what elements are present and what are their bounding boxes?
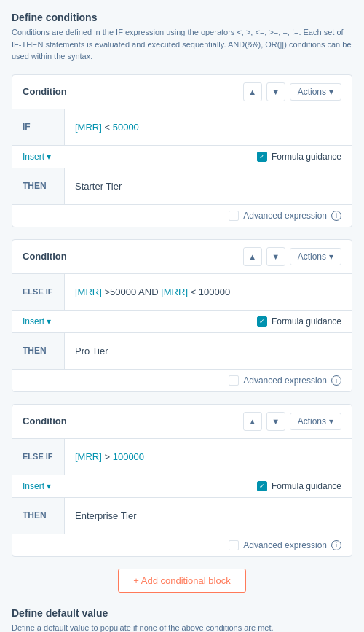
insert-btn-3[interactable]: Insert ▾ — [23, 481, 51, 491]
advanced-checkbox-3[interactable] — [229, 540, 239, 550]
condition-block-2: Condition ▲ ▼ Actions ▾ ELSE IF [MRR] >5… — [12, 239, 352, 392]
formula-guidance-2: ✓ Formula guidance — [257, 316, 341, 327]
elseif-token-mrr1-2: [MRR] — [75, 286, 102, 297]
formula-guidance-checkbox-2[interactable]: ✓ — [257, 316, 267, 327]
insert-chevron-icon-3: ▾ — [47, 481, 51, 491]
chevron-down-icon-2: ▼ — [272, 252, 280, 261]
formula-guidance-label-1: Formula guidance — [272, 152, 341, 162]
insert-label-2: Insert — [23, 316, 44, 327]
define-default-header: Define default value Define a default va… — [12, 607, 352, 633]
info-icon-2: i — [331, 375, 341, 386]
advanced-label-1: Advanced expression — [243, 211, 327, 221]
advanced-row-3: Advanced expression i — [12, 534, 352, 556]
elseif-op1-2: >50000 AND — [104, 286, 161, 297]
condition-controls-2: ▲ ▼ Actions ▾ — [243, 247, 341, 266]
add-block-btn[interactable]: + Add conditional block — [118, 569, 245, 593]
if-label-1: IF — [12, 109, 65, 145]
then-row-3: THEN Enterprise Tier — [12, 498, 352, 534]
elseif-label-2: ELSE IF — [12, 274, 65, 310]
elseif-op2-2: < 100000 — [191, 286, 231, 297]
condition-label-3: Condition — [23, 416, 67, 426]
chevron-down-icon: ▼ — [272, 87, 280, 96]
if-operator-1: < — [104, 122, 112, 133]
advanced-label-2: Advanced expression — [243, 375, 327, 386]
formula-row-2: Insert ▾ ✓ Formula guidance — [12, 311, 352, 333]
info-icon-1: i — [331, 211, 341, 221]
chevron-up-icon: ▲ — [248, 87, 256, 96]
advanced-checkbox-2[interactable] — [229, 375, 239, 386]
if-row-1: IF [MRR] < 50000 — [12, 109, 352, 146]
elseif-token-mrr-3: [MRR] — [75, 451, 102, 462]
then-label-1: THEN — [12, 168, 65, 204]
condition-header-2: Condition ▲ ▼ Actions ▾ — [12, 240, 352, 274]
condition-header-3: Condition ▲ ▼ Actions ▾ — [12, 405, 352, 439]
advanced-checkbox-1[interactable] — [229, 211, 239, 221]
formula-guidance-1: ✓ Formula guidance — [257, 152, 341, 162]
condition-down-btn-3[interactable]: ▼ — [266, 412, 285, 431]
then-row-1: THEN Starter Tier — [12, 168, 352, 205]
info-icon-3: i — [331, 540, 341, 550]
define-conditions-desc: Conditions are defined in the IF express… — [12, 26, 352, 63]
condition-down-btn-1[interactable]: ▼ — [266, 82, 285, 101]
actions-label-3: Actions — [298, 416, 326, 426]
formula-guidance-label-2: Formula guidance — [272, 316, 341, 327]
condition-up-btn-3[interactable]: ▲ — [243, 412, 262, 431]
advanced-label-3: Advanced expression — [243, 540, 327, 550]
formula-guidance-checkbox-3[interactable]: ✓ — [257, 481, 267, 491]
condition-up-btn-1[interactable]: ▲ — [243, 82, 262, 101]
if-value-1: 50000 — [113, 122, 139, 133]
define-default-desc: Define a default value to populate if no… — [12, 622, 352, 633]
advanced-row-2: Advanced expression i — [12, 370, 352, 391]
actions-label-2: Actions — [298, 251, 326, 262]
insert-btn-2[interactable]: Insert ▾ — [23, 316, 51, 327]
condition-controls-3: ▲ ▼ Actions ▾ — [243, 412, 341, 431]
condition-label-1: Condition — [23, 86, 67, 97]
formula-guidance-checkbox-1[interactable]: ✓ — [257, 152, 267, 162]
insert-label-3: Insert — [23, 481, 44, 491]
then-content-1: Starter Tier — [65, 173, 352, 199]
condition-down-btn-2[interactable]: ▼ — [266, 247, 285, 266]
chevron-down-icon-3: ▼ — [272, 417, 280, 426]
condition-block-1: Condition ▲ ▼ Actions ▾ IF [MRR] < 50 — [12, 74, 352, 227]
chevron-up-icon-2: ▲ — [248, 252, 256, 261]
elseif-label-3: ELSE IF — [12, 439, 65, 475]
formula-row-3: Insert ▾ ✓ Formula guidance — [12, 475, 352, 498]
checkmark-icon-1: ✓ — [259, 153, 265, 160]
insert-label-1: Insert — [23, 152, 44, 162]
then-row-2: THEN Pro Tier — [12, 333, 352, 370]
checkmark-icon-3: ✓ — [259, 483, 265, 490]
if-token-mrr-1: [MRR] — [75, 122, 102, 133]
elseif-op-3: > — [104, 451, 110, 462]
define-conditions-title: Define conditions — [12, 12, 352, 23]
define-default-title: Define default value — [12, 607, 352, 619]
actions-chevron-icon-2: ▾ — [329, 251, 333, 262]
elseif-value-3: 100000 — [113, 451, 144, 462]
formula-row-1: Insert ▾ ✓ Formula guidance — [12, 146, 352, 168]
actions-label-1: Actions — [298, 87, 326, 97]
condition-block-3: Condition ▲ ▼ Actions ▾ ELSE IF [MRR] > — [12, 404, 352, 557]
advanced-row-1: Advanced expression i — [12, 205, 352, 227]
insert-btn-1[interactable]: Insert ▾ — [23, 152, 51, 162]
elseif-row-2: ELSE IF [MRR] >50000 AND [MRR] < 100000 — [12, 274, 352, 311]
checkmark-icon-2: ✓ — [259, 318, 265, 325]
formula-guidance-label-3: Formula guidance — [272, 481, 341, 491]
actions-btn-1[interactable]: Actions ▾ — [290, 83, 341, 101]
define-conditions-header: Define conditions Conditions are defined… — [12, 12, 352, 63]
if-content-1: [MRR] < 50000 — [65, 114, 352, 140]
actions-btn-2[interactable]: Actions ▾ — [290, 248, 341, 265]
elseif-token-mrr2-2: [MRR] — [161, 286, 188, 297]
actions-chevron-icon: ▾ — [329, 87, 333, 97]
insert-chevron-icon: ▾ — [47, 152, 51, 162]
elseif-content-2: [MRR] >50000 AND [MRR] < 100000 — [65, 279, 352, 305]
then-label-2: THEN — [12, 333, 65, 369]
add-block-container: + Add conditional block — [12, 569, 352, 593]
actions-btn-3[interactable]: Actions ▾ — [290, 413, 341, 430]
actions-chevron-icon-3: ▾ — [329, 416, 333, 426]
then-label-3: THEN — [12, 498, 65, 534]
condition-label-2: Condition — [23, 251, 67, 262]
then-content-3: Enterprise Tier — [65, 503, 352, 528]
elseif-row-3: ELSE IF [MRR] > 100000 — [12, 439, 352, 475]
condition-controls-1: ▲ ▼ Actions ▾ — [243, 82, 341, 101]
condition-up-btn-2[interactable]: ▲ — [243, 247, 262, 266]
elseif-content-3: [MRR] > 100000 — [65, 444, 352, 469]
